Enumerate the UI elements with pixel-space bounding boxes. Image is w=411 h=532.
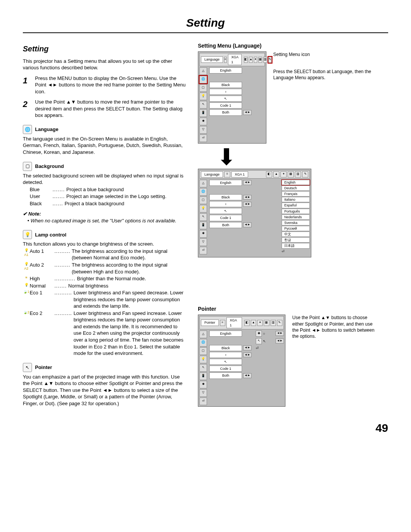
ui-panel-1: Language ≡ XGA 1 ◧ ▲ ✦ ▦ ▥ ✎ △ — [198, 51, 266, 143]
ui-menu-icon: ≡ — [220, 320, 225, 326]
lr-arrows-icon: ◄► — [243, 202, 252, 207]
exit-icon: ⏎ — [282, 249, 288, 256]
fan-icon: ✱ — [199, 381, 207, 388]
remote-icon: 📱 — [199, 109, 207, 117]
lamp-icon: 💡 — [199, 205, 207, 212]
fan-icon: ✱ — [199, 118, 207, 125]
ui-tab-mode: XGA 1 — [231, 171, 248, 177]
row-lamp: ♀ — [209, 352, 242, 358]
icon-slot: ▦ — [264, 320, 269, 326]
globe-icon: 🌐 — [199, 76, 207, 83]
icon-slot: ▥ — [271, 320, 276, 326]
globe-icon: 🌐 — [199, 188, 207, 196]
row-lamp: ♀ — [209, 89, 242, 95]
lamp-body: This function allows you to change brigh… — [23, 241, 186, 248]
row-ptr: ↖ — [209, 96, 242, 102]
up-arrow-icon: △ — [199, 67, 207, 75]
page-title: Setting — [23, 15, 388, 33]
step-1-number: 1 — [23, 75, 31, 95]
ui-tab-mode: XGA 1 — [226, 317, 242, 328]
ui-panel-3: Pointer ≡ XGA 1 ◧ ▲ ✦ ▦ ▥ ✎ △ — [198, 315, 285, 406]
pointer-icon: ↖ — [199, 101, 207, 109]
lr-arrows-icon: ◄► — [243, 110, 252, 115]
lamp-e2-l: Eco 2 — [30, 310, 54, 357]
bulb-a1-icon: 💡A1 — [23, 248, 30, 261]
exit-icon: ⏎ — [199, 398, 207, 405]
step-2-text: Use the Point ▲▼ buttons to move the red… — [35, 99, 186, 119]
spotlight-size: ○ — [263, 331, 274, 336]
pointer-callout: Use the Point ▲▼ buttons to choose eithe… — [292, 315, 377, 339]
bg-blue-val: Project a blue background — [65, 186, 186, 193]
fan-icon: ✱ — [199, 230, 207, 238]
lang-item: Deutsch — [282, 185, 310, 191]
icon-slot: ▥ — [295, 171, 301, 177]
row-black: Black — [209, 194, 242, 200]
ui-tab-mode: XGA 1 — [228, 54, 242, 65]
language-callout: Press the SELECT button at Language, the… — [273, 69, 377, 81]
lang-item: 日本語 — [282, 243, 310, 248]
lamp-e2-v: Lower brightness and Fan speed increase.… — [72, 310, 186, 357]
setting-menu-icon-callout: Setting Menu icon — [273, 51, 377, 58]
pointer-pattern-icon: ↖ — [256, 338, 262, 344]
setting-menu-icon: ✎ — [277, 320, 282, 326]
pointer-heading: Pointer — [35, 364, 52, 371]
lr-arrows-icon: ◄► — [243, 195, 252, 200]
bulb-normal-icon: 💡 — [23, 283, 30, 289]
pointer-icon: ↖ — [23, 363, 32, 372]
icon-slot: ◧ — [266, 171, 272, 177]
page-number: 49 — [23, 420, 388, 436]
bulb-high-icon: ☀ — [23, 275, 30, 282]
lamp-no-l: Normal — [30, 283, 54, 289]
icon-slot: ✦ — [254, 57, 257, 63]
icon-slot: ◧ — [244, 320, 250, 326]
lr-arrows-icon: ◄► — [243, 353, 252, 358]
down-arrow-icon: ▽ — [199, 238, 207, 246]
up-arrow-icon: △ — [199, 331, 207, 338]
lamp-hi-l: High — [30, 275, 54, 282]
spotlight-icon: ◉ — [256, 331, 262, 337]
icon-slot: ✦ — [257, 320, 263, 326]
lamp-e1-l: Eco 1 — [30, 289, 54, 310]
icon-slot: ▦ — [258, 57, 262, 63]
language-body: The language used in the On-Screen Menu … — [23, 136, 186, 156]
row-ptr: ↖ — [209, 359, 242, 365]
lang-item: Русский — [282, 226, 310, 231]
icon-slot: ✦ — [280, 171, 287, 177]
setting-menu-heading: Setting Menu (Language) — [198, 42, 377, 50]
row-code: Code 1 — [209, 215, 242, 221]
bg-user-label: User — [30, 193, 53, 200]
lamp-icon: 💡 — [23, 230, 32, 239]
row-code: Code 1 — [209, 366, 242, 372]
icon-slot: ▦ — [288, 171, 294, 177]
bg-user-val: Project an image selected in the Logo se… — [65, 193, 186, 200]
globe-icon: 🌐 — [23, 125, 32, 134]
exit-icon: ⏎ — [199, 134, 207, 142]
row-lamp: ♀ — [209, 201, 242, 207]
bg-blue-label: Blue — [30, 186, 53, 193]
row-ptr: ↖ — [209, 208, 242, 214]
background-body: The selected background screen will be d… — [23, 173, 186, 186]
icon-slot: ◧ — [244, 57, 248, 63]
row-english: English — [209, 67, 242, 73]
ui-panel-2: Language ≡ XGA 1 ◧ ▲ ✦ ▦ ▥ ✎ △ 🌐 ▢ 💡 ↖ 📱 — [198, 169, 311, 257]
bg-black-val: Project a black background — [63, 200, 186, 207]
lamp-a2-v: The brightness according to the input si… — [70, 262, 186, 275]
bulb-eco1-icon: 🍃1 — [23, 289, 30, 310]
exit-icon: ⏎ — [256, 346, 263, 353]
lamp-icon: 💡 — [199, 356, 207, 363]
lamp-a1-l: Auto 1 — [30, 248, 54, 261]
exit-icon: ⏎ — [199, 247, 207, 254]
language-heading: Language — [35, 126, 58, 133]
down-arrow-icon: ▽ — [199, 389, 207, 397]
row-black: Black — [209, 82, 242, 88]
lamp-hi-v: Brighter than the Normal mode. — [75, 275, 186, 282]
lamp-a2-l: Auto 2 — [30, 262, 54, 275]
background-icon: ▢ — [199, 347, 207, 355]
lr-arrows-icon: ◄► — [276, 331, 284, 336]
pointer-panel-heading: Pointer — [198, 305, 377, 313]
section-heading: Setting — [23, 44, 186, 54]
row-both: Both — [209, 372, 242, 379]
lr-arrows-icon: ◄► — [243, 180, 252, 185]
step-2-number: 2 — [23, 99, 31, 119]
background-icon: ▢ — [199, 84, 207, 92]
